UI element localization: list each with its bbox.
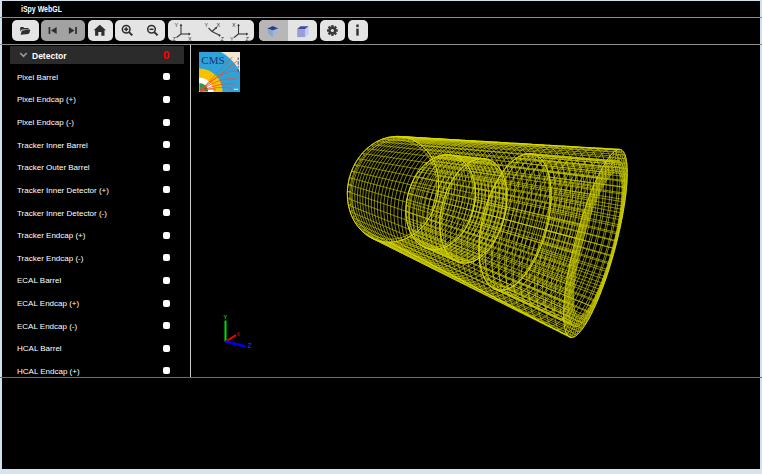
svg-text:Y: Y — [223, 314, 227, 320]
svg-text:Y: Y — [205, 22, 209, 28]
svg-text:Z: Z — [221, 36, 225, 42]
svg-text:Z: Z — [246, 36, 250, 42]
svg-text:X: X — [217, 22, 221, 28]
svg-text:X: X — [188, 36, 192, 42]
svg-text:X: X — [237, 331, 241, 337]
svg-text:X: X — [232, 22, 236, 28]
svg-text:Z: Z — [173, 36, 177, 42]
svg-text:Y: Y — [230, 36, 234, 42]
svg-text:Y: Y — [175, 22, 179, 28]
svg-text:Z: Z — [248, 342, 252, 349]
